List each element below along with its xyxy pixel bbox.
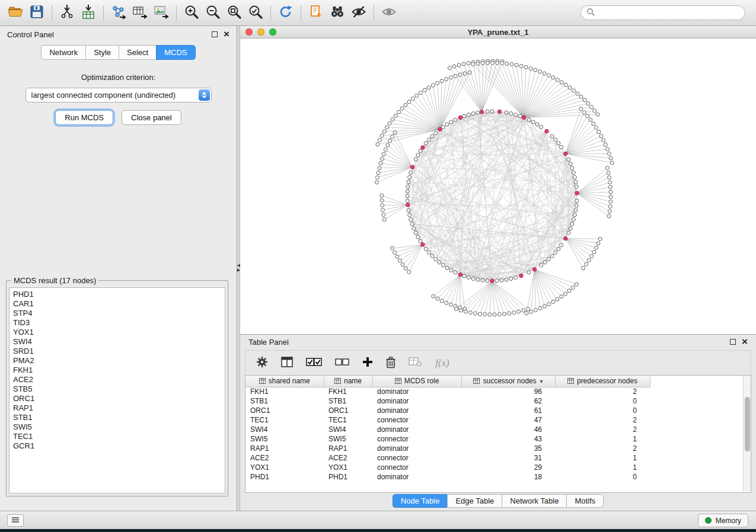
table-row[interactable]: ORC1ORC1dominator610 [245,406,650,415]
table-row[interactable]: RAP1RAP1dominator352 [245,444,650,453]
network-window-titlebar[interactable]: YPA_prune.txt_1 [240,26,756,39]
open-session-button[interactable] [5,2,26,24]
tab-mcds[interactable]: MCDS [156,45,195,60]
save-session-button[interactable] [26,2,47,24]
search-field[interactable] [580,5,745,20]
mcds-result-item[interactable]: STB1 [13,413,221,422]
mcds-result-item[interactable]: CAR1 [13,299,221,309]
close-mcds-panel-button[interactable]: Close panel [122,110,181,125]
table-row[interactable]: STB1STB1dominator620 [245,396,650,406]
column-header-name[interactable]: name [324,376,372,387]
table-cell: ACE2 [324,453,372,463]
table-row[interactable]: SWI5SWI5connector431 [245,434,650,444]
window-traffic-lights [245,28,276,36]
import-network-button[interactable] [56,2,78,24]
column-header-predecessor-nodes[interactable]: predecessor nodes [555,376,650,387]
table-scrollbar[interactable] [743,376,751,492]
memory-status-icon [705,517,712,524]
table-cell: connector [372,415,461,425]
mcds-result-item[interactable]: ACE2 [13,375,221,384]
table-toolbar: f(x) [245,350,751,375]
mcds-result-item[interactable]: TEC1 [13,432,221,441]
add-column-button[interactable] [362,357,373,369]
zoom-selected-icon [247,4,264,22]
window-maximize-icon[interactable] [269,28,276,36]
column-header-shared-name[interactable]: shared name [245,376,324,387]
mcds-result-item[interactable]: SWI4 [13,337,221,347]
table-row[interactable]: ACE2ACE2connector311 [245,453,650,463]
trash-icon [386,356,395,370]
export-image-button[interactable] [151,2,172,24]
table-row[interactable]: TEC1TEC1connector472 [245,415,650,425]
deselect-all-button[interactable] [335,357,349,368]
window-close-icon[interactable] [245,28,253,36]
window-minimize-icon[interactable] [257,28,264,36]
column-header-successor-nodes[interactable]: successor nodes▾ [461,376,555,387]
table-scrollbar-thumb[interactable] [745,397,750,451]
tab-edge-table[interactable]: Edge Table [447,494,502,508]
show-columns-button[interactable] [281,357,293,369]
tab-style[interactable]: Style [85,45,119,60]
network-graph[interactable] [240,39,756,335]
zoom-selected-button[interactable] [245,2,266,24]
close-panel-icon[interactable]: × [224,31,229,38]
table-cell: 2 [555,444,650,453]
table-row[interactable]: PHD1PHD1dominator180 [245,472,650,482]
tab-node-table[interactable]: Node Table [393,494,448,508]
show-graphics-button[interactable] [378,2,400,24]
mcds-result-item[interactable]: ORC1 [13,394,221,403]
mcds-result-item[interactable]: FKH1 [13,366,221,375]
table-row[interactable]: FKH1FKH1dominator962 [245,387,650,396]
table-cell: 31 [461,453,555,463]
mcds-result-item[interactable]: SRD1 [13,347,221,356]
mcds-result-item[interactable]: PMA2 [13,356,221,366]
toolbar-separator [52,5,52,21]
tab-network[interactable]: Network [41,45,85,60]
mcds-result-item[interactable]: STP4 [13,309,221,318]
mcds-result-item[interactable]: PHD1 [13,290,221,299]
mcds-result-item[interactable]: SWI5 [13,422,221,432]
mcds-result-item[interactable]: YOX1 [13,328,221,337]
optimization-criterion-select[interactable]: largest connected component (undirected) [25,88,212,102]
mcds-result-item[interactable]: RAP1 [13,403,221,413]
table-settings-button[interactable] [256,356,268,370]
select-all-button[interactable] [306,357,322,369]
table-cell: SWI4 [324,425,372,434]
zoom-fit-button[interactable] [224,2,245,24]
show-task-history-button[interactable] [7,514,24,527]
import-table-button[interactable] [78,2,99,24]
find-button[interactable] [327,2,348,24]
table-panel-title: Table Panel [248,338,289,347]
export-table-button[interactable] [129,2,151,24]
table-cell: PHD1 [324,472,372,482]
table-cell: SWI5 [324,434,372,444]
run-mcds-button[interactable]: Run MCDS [55,110,113,125]
zoom-in-button[interactable] [181,2,202,24]
tab-motifs[interactable]: Motifs [566,494,604,508]
search-input[interactable] [599,9,739,17]
table-cell: ACE2 [245,453,324,463]
delete-column-button[interactable] [386,356,395,370]
tab-select[interactable]: Select [119,45,156,60]
list-icon [11,516,20,525]
table-row[interactable]: SWI4SWI4dominator462 [245,425,650,434]
hide-style-button[interactable] [348,2,369,24]
eye-icon [381,4,397,22]
table-row[interactable]: YOX1YOX1connector291 [245,463,650,472]
zoom-out-button[interactable] [202,2,224,24]
duplicate-network-button[interactable] [305,2,327,24]
mcds-result-item[interactable]: TID3 [13,318,221,328]
mcds-result-item[interactable]: STB5 [13,384,221,394]
refresh-button[interactable] [275,2,296,24]
tab-network-table[interactable]: Network Table [502,494,566,508]
table-cell: PHD1 [245,472,324,482]
mcds-result-list[interactable]: PHD1CAR1STP4TID3YOX1SWI4SRD1PMA2FKH1ACE2… [9,287,225,493]
network-canvas[interactable] [240,39,756,335]
float-table-panel-icon[interactable] [730,339,736,345]
mcds-result-item[interactable]: GCR1 [13,441,221,451]
column-header-mcds-role[interactable]: MCDS role [372,376,461,387]
float-panel-icon[interactable] [212,31,218,37]
memory-button[interactable]: Memory [698,514,748,527]
export-network-button[interactable] [108,2,129,24]
close-table-panel-icon[interactable]: × [742,338,748,345]
